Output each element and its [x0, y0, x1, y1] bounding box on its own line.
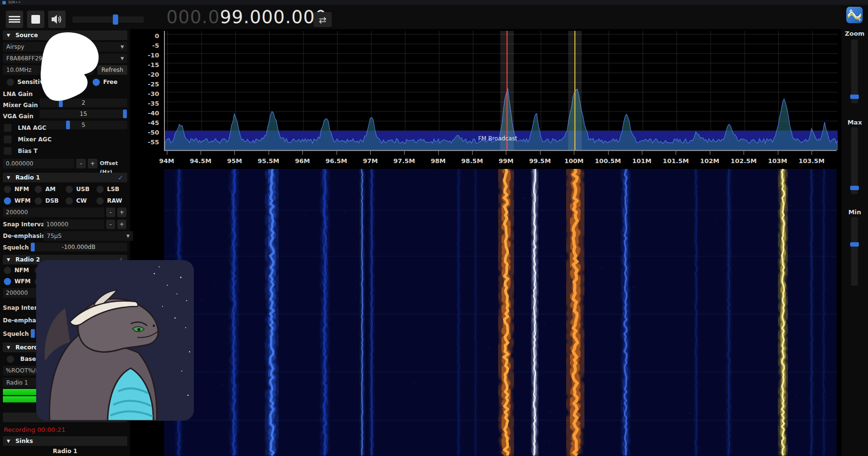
squelch-label: Squelch — [3, 243, 29, 252]
radio-circle-icon — [4, 186, 11, 193]
avatar-overlay-image — [36, 260, 194, 421]
radio2-squelch-handle[interactable] — [31, 329, 35, 338]
zoom-slider-handle[interactable] — [850, 95, 859, 99]
frequency-dim-digits: 000.0 — [166, 7, 220, 28]
menu-button[interactable] — [6, 11, 23, 28]
frequency-tick-label: 102M — [695, 157, 724, 165]
bandwidth-plus-button[interactable]: + — [117, 207, 126, 217]
speaker-icon — [51, 14, 63, 25]
fft-db-label: -40 — [130, 110, 159, 117]
squelch-handle[interactable] — [31, 243, 35, 251]
min-slider-label: Min — [841, 208, 868, 216]
vga-gain-label: VGA Gain — [3, 113, 33, 120]
radio1-mode-raw[interactable]: RAW — [96, 196, 122, 205]
frequency-tick-label: 101.5M — [661, 157, 690, 165]
sdrpp-logo-icon: + + — [846, 7, 863, 23]
right-control-strip: + + Zoom Max Min — [841, 5, 868, 456]
svg-text:+: + — [849, 8, 853, 14]
frequency-tick-label: 97M — [356, 157, 385, 165]
frequency-tick-label: 96.5M — [322, 157, 351, 165]
mixer-gain-label: Mixer Gain — [3, 102, 38, 109]
snap-minus-button[interactable]: - — [106, 220, 115, 229]
zoom-slider[interactable] — [851, 40, 858, 103]
min-slider-handle[interactable] — [850, 242, 859, 247]
offset-input[interactable]: 0.000000 — [3, 159, 74, 168]
fft-spectrum-plot[interactable]: FM Broadcast — [164, 31, 838, 150]
max-slider-handle[interactable] — [850, 186, 859, 190]
chevron-down-icon: ▼ — [121, 44, 124, 49]
volume-slider-handle[interactable] — [113, 14, 118, 25]
squelch-slider[interactable]: -100.000dB — [30, 243, 127, 251]
lna-gain-label: LNA Gain — [3, 91, 33, 97]
offset-minus-button[interactable]: - — [76, 159, 86, 168]
radio-circle-icon — [35, 197, 42, 205]
band-label: FM Broadcast — [461, 135, 534, 142]
radio-circle-icon — [96, 186, 104, 193]
min-slider[interactable] — [851, 217, 858, 286]
radio1-panel-header[interactable]: ▼ Radio 1 ✓ — [3, 173, 127, 182]
stop-icon — [31, 15, 40, 24]
mode-label: CW — [76, 197, 87, 204]
snap-interval-input[interactable]: 100000 — [43, 220, 104, 229]
fft-db-label: -5 — [130, 42, 159, 49]
mute-button[interactable] — [48, 11, 66, 28]
frequency-tick — [710, 151, 710, 155]
refresh-button[interactable]: Refresh — [97, 65, 127, 75]
checkbox-bias-t[interactable]: Bias T — [3, 147, 127, 155]
radio1-mode-dsb[interactable]: DSB — [35, 196, 59, 205]
frequency-tick — [642, 151, 642, 155]
checkbox-mixer-agc[interactable]: Mixer AGC — [3, 135, 127, 144]
hamburger-icon — [9, 15, 20, 24]
chevron-down-icon: ▼ — [126, 234, 130, 238]
snap-plus-button[interactable]: + — [117, 220, 126, 229]
volume-slider[interactable] — [72, 16, 144, 23]
frequency-tick — [608, 151, 609, 155]
stop-button[interactable] — [27, 11, 44, 28]
collapse-arrow-icon: ▼ — [7, 439, 10, 443]
frequency-scale: 94M94.5M95M95.5M96M96.5M97M97.5M98M98.5M… — [164, 150, 837, 170]
white-blob-overlay — [41, 32, 100, 104]
frequency-tick-label: 99M — [491, 157, 520, 165]
radio2-mode-wfm[interactable]: WFM — [4, 277, 30, 286]
radio1-mode-wfm[interactable]: WFM — [4, 196, 30, 205]
fft-db-label: -50 — [130, 129, 159, 136]
radio1-mode-am[interactable]: AM — [35, 185, 55, 193]
deemphasis-label: De-emphasis — [3, 232, 45, 240]
window-title: SDR++ — [8, 0, 21, 4]
frequency-tick-label: 100M — [559, 157, 588, 165]
max-slider[interactable] — [851, 127, 858, 194]
radio1-bandwidth-input[interactable]: 200000 — [3, 207, 104, 217]
sinks-panel-header[interactable]: ▼ Sinks — [3, 436, 127, 446]
radio1-mode-nfm[interactable]: NFM — [4, 185, 29, 193]
frequency-tick — [201, 151, 201, 155]
frequency-tick-label: 94.5M — [186, 157, 215, 165]
checkbox-lna-agc[interactable]: LNA AGC — [3, 124, 127, 132]
radio1-mode-lsb[interactable]: LSB — [96, 185, 119, 193]
radio-circle-icon — [96, 197, 104, 205]
frequency-tick — [472, 151, 473, 155]
mode-label: NFM — [14, 186, 29, 193]
deemphasis-dropdown[interactable]: 75µS ▼ — [43, 231, 133, 241]
radio2-mode-nfm[interactable]: NFM — [4, 266, 29, 275]
mode-label: WFM — [14, 197, 30, 204]
samplerate-value: 10.0MHz — [6, 67, 31, 73]
squelch-value: -100.000dB — [30, 243, 127, 251]
offset-plus-button[interactable]: + — [88, 159, 97, 168]
zoom-slider-label: Zoom — [841, 30, 868, 37]
radio1-mode-cw[interactable]: CW — [66, 196, 87, 205]
enabled-check-icon[interactable]: ✓ — [118, 174, 123, 181]
frequency-tick — [234, 151, 235, 155]
fft-db-label: -30 — [130, 91, 159, 97]
window-titlebar: SDR++ — [0, 0, 868, 5]
mode-label: Free — [103, 79, 118, 85]
waterfall-display[interactable] — [164, 169, 837, 456]
radio1-mode-usb[interactable]: USB — [66, 185, 90, 193]
frequency-display[interactable]: 000.099.000.000 — [166, 7, 327, 28]
bandwidth-minus-button[interactable]: - — [106, 207, 115, 217]
tuning-mode-button[interactable]: ⇄ — [313, 12, 332, 27]
frequency-tick-label: 100.5M — [594, 157, 623, 165]
mode-label: USB — [76, 186, 90, 193]
frequency-tick — [337, 151, 337, 155]
sinks-header-label: Sinks — [15, 438, 33, 444]
fft-db-label: -55 — [130, 139, 159, 146]
